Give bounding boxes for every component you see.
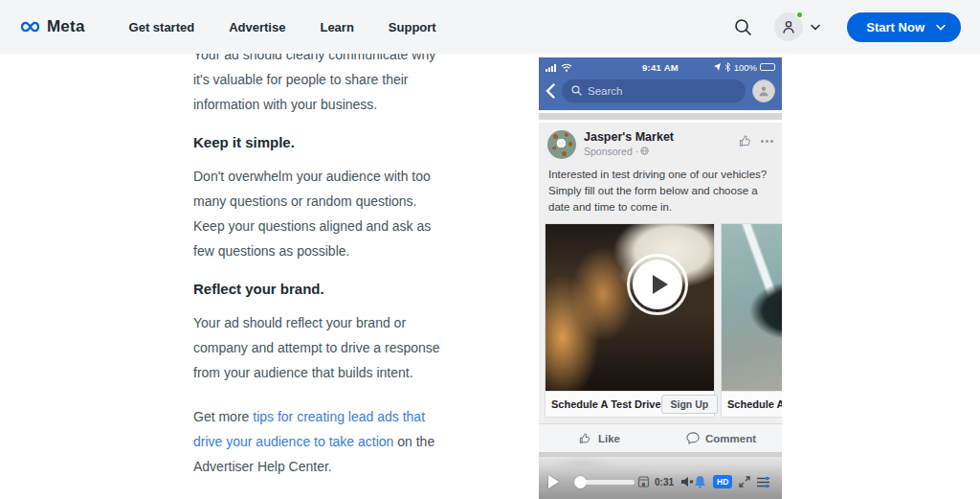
- section-body-reflect-your-brand: Your ad should reflect your brand or com…: [193, 310, 446, 385]
- video-player[interactable]: 9:41 AM 100% Search: [539, 54, 782, 499]
- card-1-title: Schedule A Test Drive: [551, 398, 661, 410]
- bluetooth-icon: [724, 62, 731, 72]
- fullscreen-icon[interactable]: [739, 476, 750, 488]
- like-action: Like: [539, 432, 660, 445]
- phone-status-bar: 9:41 AM 100%: [546, 60, 775, 75]
- start-now-label: Start Now: [866, 20, 924, 34]
- fb-search-row: Search: [546, 79, 775, 102]
- status-left: [546, 63, 612, 72]
- magnifier-icon: [571, 85, 582, 96]
- post-header: Jasper's Market Sponsored ·: [539, 123, 782, 163]
- start-now-chevron-down-icon: [936, 24, 946, 31]
- wifi-icon: [561, 63, 572, 72]
- status-right: 100%: [708, 62, 775, 73]
- fb-search-field: Search: [562, 79, 746, 102]
- meta-logo[interactable]: Meta: [19, 17, 85, 36]
- nav-right: Start Now: [732, 12, 961, 42]
- battery-icon: [760, 63, 775, 71]
- carousel-card-2: Schedule A T: [721, 223, 782, 418]
- nav-item-learn[interactable]: Learn: [320, 20, 353, 34]
- card-2-title: Schedule A T: [727, 398, 782, 410]
- header-divider: [539, 110, 782, 123]
- fb-search-placeholder: Search: [588, 85, 622, 97]
- section-body-keep-it-simple: Don't overwhelm your audience with too m…: [193, 164, 446, 263]
- nav-links: Get started Advertise Learn Support: [129, 20, 436, 34]
- big-play-button[interactable]: [633, 260, 682, 309]
- article-column: Your ad should clearly communicate why i…: [193, 42, 446, 499]
- search-icon[interactable]: [732, 16, 753, 37]
- card-1-image-car-interior: [546, 224, 714, 391]
- notification-bell-icon: [694, 475, 706, 488]
- card-2-footer: Schedule A T: [722, 391, 782, 417]
- play-icon[interactable]: [548, 475, 559, 488]
- volume-muted-icon[interactable]: [680, 476, 695, 488]
- video-time: 0:31: [655, 477, 674, 488]
- hd-quality-badge[interactable]: HD: [713, 475, 732, 488]
- nav-item-support[interactable]: Support: [389, 20, 436, 34]
- post-body-text: Interested in test driving one of our ve…: [539, 163, 782, 224]
- more-tips-paragraph: Get more tips for creating lead ads that…: [193, 404, 446, 479]
- nav-item-get-started[interactable]: Get started: [129, 20, 195, 34]
- nav-item-advertise[interactable]: Advertise: [229, 20, 285, 34]
- thumbs-up-icon: [739, 134, 753, 148]
- online-status-dot: [795, 11, 804, 19]
- back-chevron-icon: [546, 83, 555, 99]
- big-play-triangle-icon: [653, 275, 668, 294]
- comment-label: Comment: [705, 433, 756, 444]
- comment-action: Comment: [660, 432, 782, 444]
- post-head-icons: [739, 130, 773, 148]
- storefront-icon: [637, 476, 650, 488]
- meta-infinity-icon: [19, 19, 43, 34]
- brand-name: Meta: [47, 17, 85, 36]
- jaspers-market-avatar: [547, 130, 576, 159]
- start-now-button[interactable]: Start Now: [847, 12, 961, 42]
- top-nav: Meta Get started Advertise Learn Support: [0, 0, 980, 54]
- fb-mobile-header: 9:41 AM 100% Search: [539, 57, 782, 110]
- post-actions-row: Like Comment: [539, 423, 782, 452]
- video-controls: 0:31 HD: [539, 465, 782, 499]
- carousel-card-1: Schedule A Test Drive Sign Up: [545, 223, 715, 418]
- location-arrow-icon: [714, 63, 722, 71]
- fb-profile-avatar: [752, 79, 775, 102]
- sponsored-label: Sponsored ·: [584, 146, 739, 157]
- card-2-image-car-road: [722, 224, 782, 391]
- section-heading-keep-it-simple: Keep it simple.: [193, 134, 446, 150]
- account-chevron-down-icon[interactable]: [811, 24, 820, 31]
- video-bottom-frame: 0:31 HD: [539, 457, 782, 499]
- more-options-icon: [761, 140, 773, 143]
- battery-percent: 100%: [734, 62, 757, 73]
- section-heading-reflect-your-brand: Reflect your brand.: [193, 281, 446, 297]
- page-name: Jasper's Market: [584, 130, 739, 144]
- like-label: Like: [598, 433, 620, 444]
- sign-up-button: Sign Up: [661, 395, 719, 414]
- post-head-text: Jasper's Market Sponsored ·: [584, 130, 739, 157]
- status-time: 9:41 AM: [612, 62, 708, 73]
- comment-icon: [686, 432, 700, 444]
- settings-sliders-icon[interactable]: [756, 476, 770, 488]
- account-avatar[interactable]: [774, 12, 803, 41]
- progress-track[interactable]: [585, 480, 635, 485]
- like-icon: [579, 432, 592, 445]
- progress-scrubber[interactable]: [574, 476, 635, 488]
- ad-carousel: Schedule A Test Drive Sign Up Schedule A…: [539, 223, 782, 418]
- more-tips-prefix: Get more: [193, 409, 253, 424]
- card-1-footer: Schedule A Test Drive Sign Up: [546, 391, 714, 417]
- cell-signal-icon: [546, 63, 558, 72]
- globe-icon: [640, 147, 649, 155]
